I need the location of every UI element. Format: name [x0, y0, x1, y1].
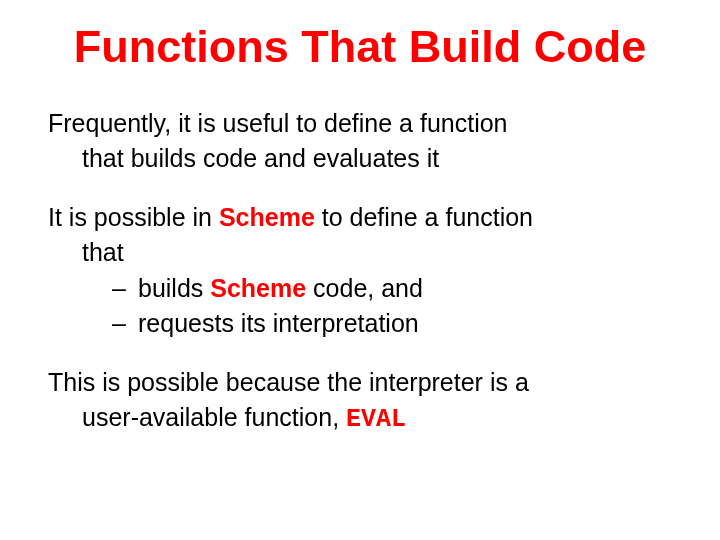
- text-fragment: to define a function: [315, 203, 533, 231]
- bullet-dash-icon: –: [112, 308, 138, 339]
- slide: Functions That Build Code Frequently, it…: [0, 0, 720, 540]
- scheme-keyword: Scheme: [219, 203, 315, 231]
- slide-body: Frequently, it is useful to define a fun…: [48, 108, 672, 436]
- text-fragment: user-available function,: [82, 403, 346, 431]
- text-line: This is possible because the interpreter…: [48, 367, 672, 398]
- bullet-text: builds Scheme code, and: [138, 273, 423, 304]
- text-fragment: builds: [138, 274, 210, 302]
- bullet-item: – requests its interpretation: [48, 308, 672, 339]
- text-fragment: It is possible in: [48, 203, 219, 231]
- paragraph-2: It is possible in Scheme to define a fun…: [48, 202, 672, 339]
- bullet-item: – builds Scheme code, and: [48, 273, 672, 304]
- paragraph-1: Frequently, it is useful to define a fun…: [48, 108, 672, 175]
- paragraph-3: This is possible because the interpreter…: [48, 367, 672, 436]
- eval-keyword: EVAL: [346, 405, 406, 434]
- scheme-keyword: Scheme: [210, 274, 306, 302]
- text-line: that builds code and evaluates it: [48, 143, 672, 174]
- text-fragment: code, and: [306, 274, 423, 302]
- text-line: Frequently, it is useful to define a fun…: [48, 108, 672, 139]
- bullet-text: requests its interpretation: [138, 308, 419, 339]
- bullet-dash-icon: –: [112, 273, 138, 304]
- slide-title: Functions That Build Code: [48, 22, 672, 72]
- text-line: It is possible in Scheme to define a fun…: [48, 202, 672, 233]
- text-line: user-available function, EVAL: [48, 402, 672, 435]
- text-line: that: [48, 237, 672, 268]
